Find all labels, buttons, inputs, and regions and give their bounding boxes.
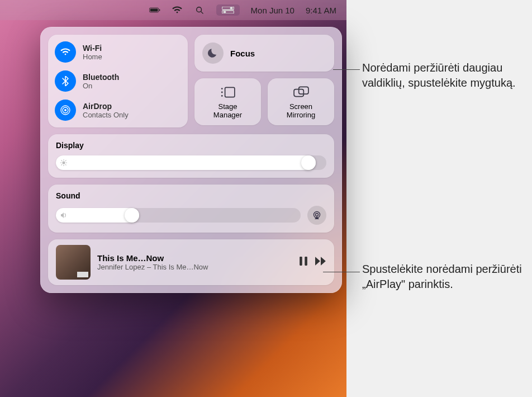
now-playing-tile[interactable]: This Is Me…Now Jennifer Lopez – This Is … bbox=[48, 239, 334, 285]
bluetooth-toggle[interactable]: Bluetooth On bbox=[55, 70, 181, 92]
airplay-audio-button[interactable] bbox=[307, 206, 326, 225]
svg-rect-12 bbox=[225, 87, 234, 97]
stage-manager-tile[interactable]: Stage Manager bbox=[194, 78, 261, 125]
svg-point-14 bbox=[221, 92, 222, 93]
callout-focus: Norėdami peržiūrėti daugiau valdiklių, s… bbox=[362, 60, 532, 91]
svg-point-9 bbox=[64, 109, 66, 111]
wifi-label: Wi-Fi bbox=[83, 44, 102, 53]
svg-point-8 bbox=[223, 11, 226, 13]
svg-point-15 bbox=[221, 95, 222, 97]
sound-label: Sound bbox=[56, 191, 326, 200]
screen-mirroring-icon bbox=[293, 85, 309, 100]
battery-icon[interactable] bbox=[149, 6, 160, 14]
wifi-toggle[interactable]: Wi-Fi Home bbox=[55, 41, 181, 63]
display-label: Display bbox=[56, 141, 326, 150]
next-track-button[interactable] bbox=[315, 257, 326, 268]
volume-slider[interactable] bbox=[56, 208, 301, 223]
svg-point-28 bbox=[316, 214, 319, 216]
menubar: Mon Jun 10 9:41 AM bbox=[0, 0, 346, 20]
svg-line-4 bbox=[201, 12, 203, 14]
screen-mirroring-tile[interactable]: Screen Mirroring bbox=[268, 78, 334, 125]
callout-line bbox=[323, 272, 360, 272]
callout-line bbox=[333, 69, 360, 70]
bluetooth-label: Bluetooth bbox=[83, 73, 119, 82]
svg-rect-29 bbox=[300, 257, 302, 266]
track-artist: Jennifer Lopez – This Is Me…Now bbox=[97, 263, 293, 271]
bluetooth-status: On bbox=[83, 82, 119, 90]
wifi-status: Home bbox=[83, 53, 102, 61]
album-art bbox=[56, 245, 91, 280]
svg-point-6 bbox=[230, 7, 232, 10]
svg-line-25 bbox=[61, 164, 62, 165]
airdrop-icon bbox=[55, 100, 76, 121]
svg-rect-1 bbox=[150, 9, 158, 12]
stage-manager-label: Stage Manager bbox=[213, 103, 242, 120]
svg-rect-30 bbox=[305, 257, 307, 266]
bluetooth-icon bbox=[55, 70, 76, 92]
connectivity-tile[interactable]: Wi-Fi Home Bluetooth On AirDrop bbox=[48, 35, 188, 127]
svg-line-24 bbox=[65, 164, 66, 165]
svg-point-13 bbox=[221, 88, 222, 89]
pause-button[interactable] bbox=[300, 257, 307, 268]
moon-icon bbox=[202, 42, 224, 64]
airdrop-status: Contacts Only bbox=[83, 111, 129, 119]
speaker-icon bbox=[60, 212, 68, 219]
controlcenter-menubar-icon[interactable] bbox=[216, 4, 240, 16]
sun-icon bbox=[60, 159, 67, 166]
sound-tile[interactable]: Sound bbox=[48, 185, 334, 233]
focus-label: Focus bbox=[230, 49, 255, 58]
track-title: This Is Me…Now bbox=[97, 253, 293, 263]
brightness-slider[interactable] bbox=[56, 155, 326, 170]
airdrop-toggle[interactable]: AirDrop Contacts Only bbox=[55, 100, 181, 121]
stage-manager-icon bbox=[220, 85, 236, 100]
menubar-date[interactable]: Mon Jun 10 bbox=[251, 6, 294, 15]
screen-mirroring-label: Screen Mirroring bbox=[287, 103, 315, 120]
svg-line-26 bbox=[65, 160, 66, 161]
spotlight-icon[interactable] bbox=[194, 6, 205, 14]
display-tile[interactable]: Display bbox=[48, 134, 334, 178]
focus-tile[interactable]: Focus bbox=[194, 35, 334, 72]
wifi-icon[interactable] bbox=[172, 6, 183, 14]
wifi-icon bbox=[55, 41, 76, 63]
svg-point-18 bbox=[62, 161, 65, 164]
svg-rect-2 bbox=[159, 9, 159, 11]
menubar-time[interactable]: 9:41 AM bbox=[306, 6, 336, 15]
svg-line-23 bbox=[61, 160, 62, 161]
airdrop-label: AirDrop bbox=[83, 102, 129, 111]
control-center-panel: Wi-Fi Home Bluetooth On AirDrop bbox=[40, 27, 342, 293]
callout-airplay: Spustelėkite norėdami peržiūrėti „AirPla… bbox=[362, 262, 532, 292]
